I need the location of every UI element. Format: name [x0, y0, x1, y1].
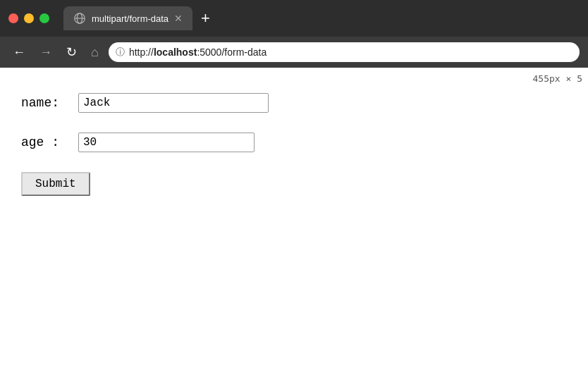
name-input[interactable]: [78, 93, 269, 113]
address-text: http://localhost:5000/form-data: [129, 47, 267, 58]
submit-button[interactable]: Submit: [21, 172, 90, 196]
age-label: age :: [21, 135, 74, 149]
info-icon: ⓘ: [116, 46, 125, 59]
reload-button[interactable]: ↻: [62, 42, 81, 63]
age-input[interactable]: [78, 133, 255, 152]
tab-title: multipart/form-data: [92, 13, 169, 24]
name-row: name:: [21, 93, 567, 113]
globe-icon: [73, 12, 86, 25]
active-tab[interactable]: multipart/form-data ✕: [63, 6, 192, 30]
form: name: age : Submit: [21, 93, 567, 196]
tab-close-button[interactable]: ✕: [174, 13, 183, 24]
page-content: 455px × 5 name: age : Submit: [0, 68, 588, 227]
new-tab-button[interactable]: +: [201, 9, 210, 27]
address-port: :5000: [197, 47, 221, 58]
submit-row: Submit: [21, 172, 567, 196]
forward-button[interactable]: →: [35, 42, 56, 63]
minimize-button[interactable]: [24, 13, 34, 23]
nav-bar: ← → ↻ ⌂ ⓘ http://localhost:5000/form-dat…: [0, 37, 588, 68]
address-host: localhost: [154, 47, 197, 58]
back-button[interactable]: ←: [8, 42, 30, 63]
home-button[interactable]: ⌂: [87, 42, 103, 63]
traffic-lights: [8, 13, 49, 23]
maximize-button[interactable]: [39, 13, 49, 23]
tab-bar: multipart/form-data ✕ +: [63, 6, 580, 30]
name-label: name:: [21, 96, 74, 110]
dimension-badge: 455px × 5: [533, 73, 582, 84]
close-button[interactable]: [8, 13, 18, 23]
address-bar[interactable]: ⓘ http://localhost:5000/form-data: [109, 42, 580, 62]
age-row: age :: [21, 133, 567, 152]
form-area: name: age : Submit: [14, 79, 574, 196]
title-bar: multipart/form-data ✕ +: [0, 0, 588, 37]
address-path: /form-data: [221, 47, 267, 58]
